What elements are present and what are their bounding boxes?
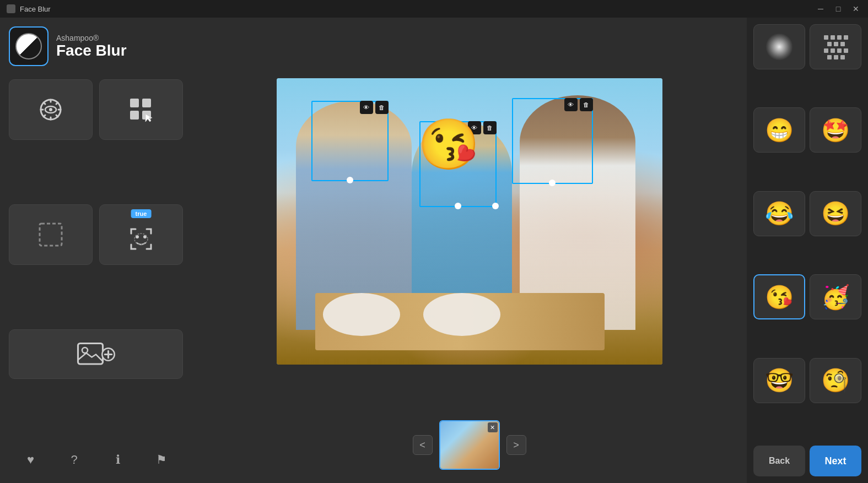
- tile-emoji-kiss[interactable]: 😘: [753, 274, 805, 319]
- svg-rect-14: [824, 35, 828, 40]
- face-box-1-delete[interactable]: 🗑: [375, 101, 389, 114]
- tool-selection-box[interactable]: [9, 204, 93, 265]
- face-box-2-controls: 👁 🗑: [468, 121, 497, 134]
- svg-rect-5: [130, 111, 139, 120]
- info-button[interactable]: ℹ: [108, 450, 128, 470]
- svg-point-2: [49, 108, 52, 111]
- tile-emoji-party[interactable]: 🤩: [810, 107, 861, 153]
- title-bar: Face Blur ─ □ ✕: [0, 0, 868, 18]
- close-button[interactable]: ✕: [850, 4, 861, 13]
- face-box-3-eye[interactable]: 👁: [564, 98, 578, 111]
- favorites-button[interactable]: ♥: [21, 450, 41, 470]
- blur-gaussian-icon: [765, 33, 793, 61]
- face-box-3[interactable]: 👁 🗑: [512, 98, 593, 184]
- face-box-2-eye[interactable]: 👁: [468, 121, 481, 134]
- app-logo: [9, 26, 48, 66]
- svg-rect-16: [837, 35, 842, 40]
- sidebar: Ashampoo® Face Blur: [0, 18, 192, 483]
- tile-blur-pixel[interactable]: [810, 24, 861, 69]
- face-box-1-handle[interactable]: [347, 177, 353, 183]
- plate-1: [323, 293, 400, 336]
- face-scan-icon: [126, 224, 157, 254]
- svg-rect-17: [844, 35, 848, 40]
- tool-add-image[interactable]: [9, 329, 183, 379]
- sidebar-tools: true: [9, 79, 183, 437]
- filmstrip-prev[interactable]: <: [413, 435, 433, 455]
- filmstrip-item-1[interactable]: ✕: [439, 420, 500, 470]
- sidebar-header: Ashampoo® Face Blur: [9, 26, 183, 70]
- filmstrip-close-1[interactable]: ✕: [488, 422, 498, 432]
- svg-rect-18: [827, 42, 832, 46]
- dashed-box-icon: [35, 219, 66, 250]
- filmstrip-next[interactable]: >: [506, 435, 526, 455]
- tile-emoji-crazy[interactable]: 🥳: [810, 274, 861, 319]
- main-image: 👁 🗑 👁 🗑 😘: [277, 78, 662, 365]
- logo-icon: [15, 33, 42, 59]
- help-button[interactable]: ?: [64, 450, 84, 470]
- title-bar-icon: [7, 4, 15, 13]
- beta-badge: true: [131, 209, 152, 218]
- maximize-button[interactable]: □: [833, 4, 844, 13]
- app-brand: Ashampoo®: [56, 34, 127, 42]
- svg-rect-21: [824, 48, 828, 53]
- svg-rect-20: [840, 42, 845, 46]
- right-panel-footer: Back Next: [753, 441, 861, 476]
- add-image-icon: [77, 342, 115, 367]
- svg-rect-26: [834, 55, 838, 59]
- app-name: Face Blur: [56, 42, 127, 59]
- filmstrip: < ✕ >: [201, 416, 738, 474]
- title-bar-text: Face Blur: [20, 5, 51, 13]
- tile-emoji-nerd2[interactable]: 🧐: [810, 358, 861, 403]
- grid-cursor-icon: [126, 94, 157, 125]
- tool-face-detect[interactable]: true: [99, 204, 183, 265]
- title-bar-controls: ─ □ ✕: [815, 4, 861, 13]
- gear-eye-icon: [35, 94, 66, 125]
- face-box-3-handle[interactable]: [549, 180, 556, 186]
- tile-emoji-grin[interactable]: 😁: [753, 107, 805, 153]
- image-container: 👁 🗑 👁 🗑 😘: [201, 26, 738, 416]
- back-button[interactable]: Back: [753, 446, 805, 476]
- title-bar-left: Face Blur: [7, 4, 51, 13]
- face-box-2[interactable]: 👁 🗑 😘: [419, 121, 497, 207]
- face-box-1-controls: 👁 🗑: [360, 101, 389, 114]
- tool-blur-settings[interactable]: [9, 79, 93, 140]
- report-button[interactable]: ⚑: [152, 450, 171, 470]
- tile-emoji-nerd1[interactable]: 🤓: [753, 358, 805, 403]
- face-box-3-controls: 👁 🗑: [564, 98, 593, 111]
- svg-rect-11: [78, 343, 103, 364]
- face-box-2-delete[interactable]: 🗑: [483, 121, 497, 134]
- face-box-1[interactable]: 👁 🗑: [311, 101, 389, 181]
- face-box-2-handle-b[interactable]: [455, 203, 461, 209]
- main-content: Ashampoo® Face Blur: [0, 18, 868, 483]
- svg-rect-25: [827, 55, 832, 59]
- svg-rect-24: [844, 48, 848, 53]
- face-box-3-delete[interactable]: 🗑: [580, 98, 593, 111]
- right-panel: 😁 🤩 😂 😆 😘 🥳 🤓 🧐 Back Next: [747, 18, 868, 483]
- minimize-button[interactable]: ─: [815, 4, 826, 13]
- center-area: 👁 🗑 👁 🗑 😘: [192, 18, 747, 483]
- svg-rect-3: [130, 99, 139, 107]
- pixel-grid-icon: [822, 33, 849, 61]
- face-box-2-handle-br[interactable]: [492, 203, 499, 209]
- tile-emoji-laugh[interactable]: 😂: [753, 191, 805, 236]
- next-button[interactable]: Next: [810, 446, 861, 476]
- svg-rect-19: [834, 42, 838, 46]
- face-box-1-eye[interactable]: 👁: [360, 101, 373, 114]
- svg-rect-22: [831, 48, 835, 53]
- app-title-block: Ashampoo® Face Blur: [56, 34, 127, 59]
- tool-layout-select[interactable]: [99, 79, 183, 140]
- plate-2: [423, 293, 500, 336]
- tile-emoji-squint[interactable]: 😆: [810, 191, 861, 236]
- emoji-grid: 😁 🤩 😂 😆 😘 🥳 🤓 🧐: [753, 24, 861, 437]
- svg-rect-27: [840, 55, 845, 59]
- svg-rect-4: [142, 99, 151, 107]
- svg-rect-7: [40, 224, 62, 246]
- svg-rect-15: [831, 35, 835, 40]
- sidebar-bottom: ♥ ? ℹ ⚑: [9, 446, 183, 474]
- svg-point-12: [82, 348, 88, 353]
- svg-rect-23: [837, 48, 842, 53]
- tile-blur-gaussian[interactable]: [753, 24, 805, 69]
